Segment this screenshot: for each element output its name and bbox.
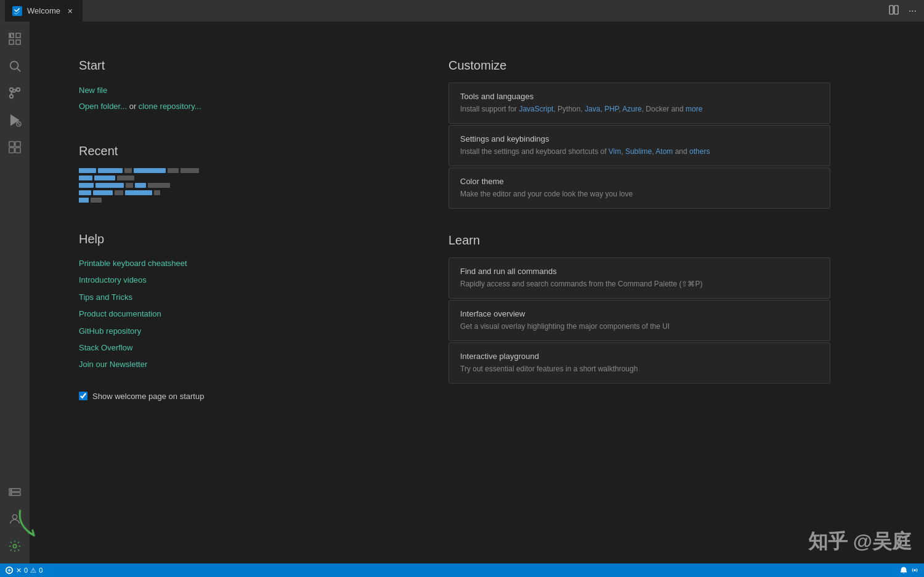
recent-row-4[interactable] <box>79 190 399 195</box>
pixel-3 <box>124 168 132 173</box>
open-folder-link[interactable]: Open folder... <box>79 102 127 111</box>
status-bar-left: ✕ 0 ⚠ 0 <box>5 566 43 575</box>
new-file-line: New file <box>79 83 399 99</box>
tools-languages-card[interactable]: Tools and languages Install support for … <box>448 83 830 124</box>
interactive-playground-card[interactable]: Interactive playground Try out essential… <box>448 342 830 384</box>
error-count: 0 <box>24 567 28 574</box>
pixel-9 <box>117 176 134 180</box>
interface-overview-card[interactable]: Interface overview Get a visual overlay … <box>448 300 830 341</box>
svg-rect-14 <box>9 148 14 153</box>
svg-line-5 <box>17 68 20 71</box>
open-folder-line: Open folder... or clone repository... <box>79 99 399 115</box>
svg-point-18 <box>10 490 12 491</box>
pixel-15 <box>79 190 91 195</box>
search-activity-icon[interactable] <box>2 54 27 78</box>
remote-status-icon <box>5 566 14 575</box>
account-activity-icon[interactable] <box>2 507 27 531</box>
recent-row-5[interactable] <box>79 198 399 203</box>
tab-close-button[interactable]: × <box>65 6 75 16</box>
recent-title: Recent <box>79 144 399 158</box>
source-control-activity-icon[interactable] <box>2 81 27 105</box>
errors-status-item[interactable]: ✕ 0 ⚠ 0 <box>16 567 43 575</box>
javascript-link[interactable]: JavaScript <box>519 105 553 113</box>
help-links-list: Printable keyboard cheatsheet Introducto… <box>79 256 399 372</box>
content-area: Start New file Open folder... or clone r… <box>30 22 924 563</box>
interface-overview-card-title: Interface overview <box>460 309 819 318</box>
settings-activity-icon[interactable] <box>2 534 27 559</box>
svg-rect-15 <box>15 148 20 153</box>
pixel-6 <box>180 168 199 173</box>
svg-rect-0 <box>890 6 893 14</box>
vscode-logo <box>12 6 22 16</box>
customize-title: Customize <box>448 59 830 73</box>
run-debug-activity-icon[interactable] <box>2 108 27 132</box>
tips-tricks-link[interactable]: Tips and Tricks <box>79 290 399 304</box>
vim-link[interactable]: Vim <box>609 147 621 156</box>
pixel-13 <box>135 183 146 188</box>
pixel-18 <box>125 190 152 195</box>
pixel-1 <box>79 168 96 173</box>
newsletter-link[interactable]: Join our Newsletter <box>79 357 399 371</box>
svg-point-7 <box>17 88 20 92</box>
more-actions-button[interactable]: ··· <box>906 4 919 18</box>
pixel-7 <box>79 176 92 180</box>
color-theme-card-desc: Make the editor and your code look the w… <box>460 188 819 200</box>
right-column: Customize Tools and languages Install su… <box>448 59 830 527</box>
color-theme-card[interactable]: Color theme Make the editor and your cod… <box>448 167 830 209</box>
github-repo-link[interactable]: GitHub repository <box>79 324 399 338</box>
atom-link[interactable]: Atom <box>655 147 673 156</box>
broadcast-icon <box>910 566 919 575</box>
others-link[interactable]: others <box>689 147 710 156</box>
split-editor-button[interactable] <box>886 4 901 18</box>
activity-bar <box>0 22 30 563</box>
startup-checkbox-area[interactable]: Show welcome page on startup <box>79 392 399 401</box>
notifications-status-item[interactable] <box>899 566 908 575</box>
sublime-link[interactable]: Sublime <box>625 147 652 156</box>
main-area: Start New file Open folder... or clone r… <box>0 22 924 563</box>
new-file-link[interactable]: New file <box>79 86 107 95</box>
pixel-19 <box>154 190 160 195</box>
svg-point-19 <box>10 493 12 494</box>
help-title: Help <box>79 232 399 246</box>
recent-row-3[interactable] <box>79 183 399 188</box>
left-column: Start New file Open folder... or clone r… <box>79 59 399 527</box>
learn-section: Learn Find and run all commands Rapidly … <box>448 233 830 384</box>
extensions-activity-icon[interactable] <box>2 135 27 159</box>
status-bar: ✕ 0 ⚠ 0 <box>0 563 924 577</box>
startup-checkbox-label[interactable]: Show welcome page on startup <box>92 392 204 401</box>
clone-repo-link[interactable]: clone repository... <box>139 102 201 111</box>
startup-checkbox[interactable] <box>79 392 87 400</box>
explorer-icon[interactable] <box>2 26 27 51</box>
recent-row-2[interactable] <box>79 176 399 180</box>
keyboard-cheatsheet-link[interactable]: Printable keyboard cheatsheet <box>79 256 399 270</box>
pixel-4 <box>134 168 166 173</box>
error-icon: ✕ <box>16 567 22 575</box>
remote-activity-icon[interactable] <box>2 480 27 504</box>
svg-rect-12 <box>9 142 14 147</box>
pixel-17 <box>115 190 123 195</box>
pixel-10 <box>79 183 94 188</box>
stackoverflow-link[interactable]: Stack Overflow <box>79 341 399 355</box>
intro-videos-link[interactable]: Introductory videos <box>79 273 399 287</box>
recent-row-1[interactable] <box>79 168 399 173</box>
interface-overview-card-desc: Get a visual overlay highlighting the ma… <box>460 321 819 332</box>
welcome-tab[interactable]: Welcome × <box>5 0 83 22</box>
svg-point-20 <box>12 515 17 519</box>
start-title: Start <box>79 59 399 73</box>
settings-keybindings-card[interactable]: Settings and keybindings Install the set… <box>448 125 830 166</box>
warning-icon: ⚠ <box>30 567 36 575</box>
start-section: Start New file Open folder... or clone r… <box>79 59 399 115</box>
remote-status-item[interactable] <box>5 566 14 575</box>
settings-keybindings-card-title: Settings and keybindings <box>460 134 819 143</box>
pixel-12 <box>126 183 133 188</box>
tab-label: Welcome <box>27 6 60 15</box>
php-link[interactable]: PHP <box>604 105 618 113</box>
azure-link[interactable]: Azure <box>622 105 641 113</box>
settings-keybindings-card-desc: Install the settings and keyboard shortc… <box>460 146 819 157</box>
more-link[interactable]: more <box>686 105 702 113</box>
customize-section: Customize Tools and languages Install su… <box>448 59 830 209</box>
product-docs-link[interactable]: Product documentation <box>79 307 399 321</box>
find-commands-card[interactable]: Find and run all commands Rapidly access… <box>448 257 830 299</box>
java-link[interactable]: Java <box>585 105 600 113</box>
broadcast-status-item[interactable] <box>910 566 919 575</box>
